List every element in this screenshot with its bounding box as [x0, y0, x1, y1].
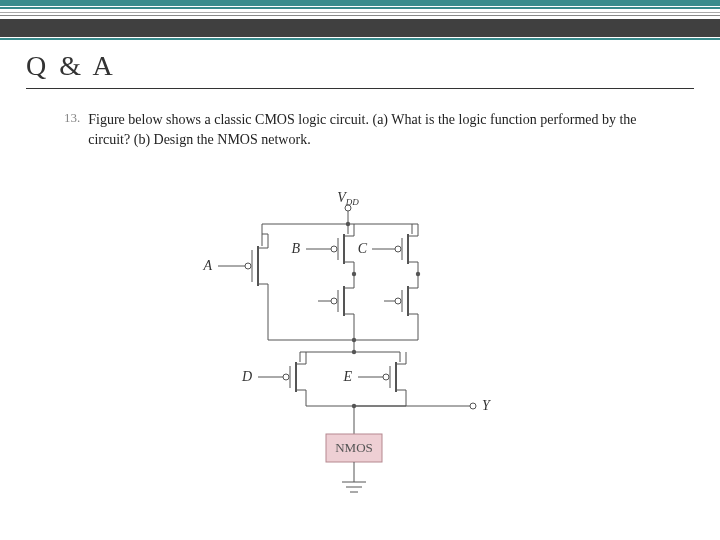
label-y: Y — [482, 398, 492, 413]
slide: Q & A 13. Figure below shows a classic C… — [0, 0, 720, 540]
pmos-d: D — [241, 352, 306, 406]
output-terminal-icon — [470, 403, 476, 409]
page-title: Q & A — [26, 50, 694, 86]
pmos-e: E — [342, 352, 406, 406]
pmos-bubble-icon — [395, 246, 401, 252]
title-underline — [26, 88, 694, 89]
label-c: C — [358, 241, 368, 256]
node-dot-icon — [352, 350, 356, 354]
pmos-bubble-icon — [383, 374, 389, 380]
pmos-bubble-icon — [245, 263, 251, 269]
question-text: Figure below shows a classic CMOS logic … — [88, 110, 680, 149]
label-e: E — [342, 369, 352, 384]
top-decor-bars — [0, 0, 720, 44]
circuit-figure: VDD — [0, 190, 720, 530]
pmos-bubble-icon — [283, 374, 289, 380]
title-block: Q & A — [26, 50, 694, 89]
pmos-bubble-icon — [331, 246, 337, 252]
nmos-label: NMOS — [335, 440, 373, 455]
circuit-svg: VDD — [0, 190, 720, 530]
top-dark-bar — [0, 19, 720, 37]
label-b: B — [291, 241, 300, 256]
pmos-b-branch: B — [291, 224, 356, 340]
top-teal-underline — [0, 38, 720, 40]
ground-icon — [342, 482, 366, 492]
pmos-c-branch: C — [354, 224, 420, 340]
label-d: D — [241, 369, 252, 384]
question-number: 13. — [64, 110, 80, 149]
question-block: 13. Figure below shows a classic CMOS lo… — [64, 110, 680, 149]
pmos-bubble-icon — [395, 298, 401, 304]
pmos-bubble-icon — [331, 298, 337, 304]
label-a: A — [202, 258, 212, 273]
vdd-label: VDD — [337, 190, 359, 207]
